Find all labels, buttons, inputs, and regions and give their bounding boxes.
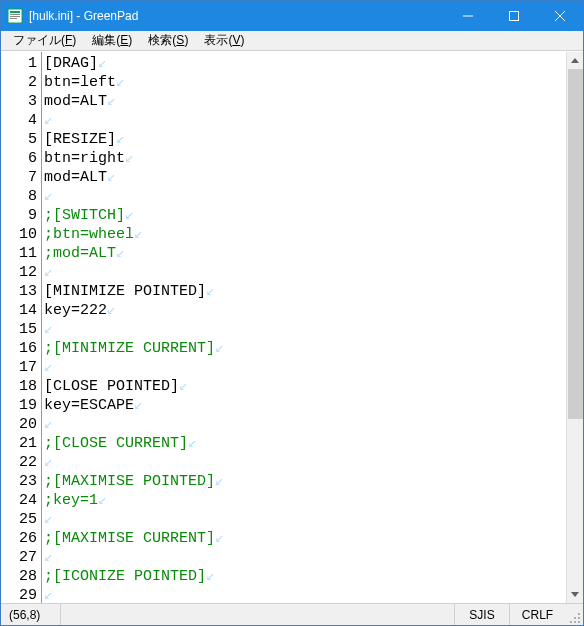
scroll-thumb[interactable]	[568, 69, 583, 419]
eol-marker: ↙	[116, 74, 125, 91]
line-number: 8	[1, 187, 37, 206]
resize-grip[interactable]	[565, 604, 583, 626]
eol-marker: ↙	[107, 169, 116, 186]
svg-point-12	[574, 617, 576, 619]
status-encoding[interactable]: SJIS	[455, 604, 510, 625]
code-line[interactable]: ↙	[44, 548, 566, 567]
svg-point-11	[578, 613, 580, 615]
eol-marker: ↙	[44, 511, 53, 528]
code-line[interactable]: [CLOSE POINTED]↙	[44, 377, 566, 396]
eol-marker: ↙	[44, 549, 53, 566]
line-number: 24	[1, 491, 37, 510]
code-line[interactable]: ↙	[44, 320, 566, 339]
code-line[interactable]: mod=ALT↙	[44, 92, 566, 111]
scroll-up-arrow[interactable]	[567, 52, 583, 69]
line-number: 22	[1, 453, 37, 472]
code-content[interactable]: [DRAG]↙btn=left↙mod=ALT↙↙[RESIZE]↙btn=ri…	[42, 52, 566, 603]
code-line[interactable]: ↙	[44, 358, 566, 377]
line-number: 14	[1, 301, 37, 320]
code-line[interactable]: ↙	[44, 453, 566, 472]
code-line[interactable]: btn=left↙	[44, 73, 566, 92]
code-line[interactable]: ;key=1↙	[44, 491, 566, 510]
svg-point-15	[574, 621, 576, 623]
close-button[interactable]	[537, 1, 583, 31]
eol-marker: ↙	[215, 473, 224, 490]
status-spacer	[61, 604, 455, 625]
eol-marker: ↙	[215, 530, 224, 547]
code-line[interactable]: [DRAG]↙	[44, 54, 566, 73]
eol-marker: ↙	[44, 416, 53, 433]
window-title: [hulk.ini] - GreenPad	[29, 9, 138, 23]
svg-marker-10	[571, 592, 579, 597]
code-line[interactable]: ↙	[44, 415, 566, 434]
menu-view[interactable]: 表示(V)	[196, 30, 252, 51]
line-number: 7	[1, 168, 37, 187]
vertical-scrollbar[interactable]	[566, 52, 583, 603]
menu-search[interactable]: 検索(S)	[140, 30, 196, 51]
titlebar: [hulk.ini] - GreenPad	[1, 1, 583, 31]
line-number: 25	[1, 510, 37, 529]
code-line[interactable]: ;[ICONIZE POINTED]↙	[44, 567, 566, 586]
code-line[interactable]: ↙	[44, 187, 566, 206]
eol-marker: ↙	[107, 302, 116, 319]
svg-rect-6	[510, 12, 519, 21]
line-number: 15	[1, 320, 37, 339]
line-number: 10	[1, 225, 37, 244]
menu-edit[interactable]: 編集(E)	[84, 30, 140, 51]
eol-marker: ↙	[44, 321, 53, 338]
svg-rect-3	[10, 16, 20, 17]
eol-marker: ↙	[116, 131, 125, 148]
code-line[interactable]: ↙	[44, 263, 566, 282]
svg-point-13	[578, 617, 580, 619]
eol-marker: ↙	[206, 283, 215, 300]
line-number: 1	[1, 54, 37, 73]
window-controls	[445, 1, 583, 31]
menu-file[interactable]: ファイル(F)	[5, 30, 84, 51]
eol-marker: ↙	[44, 188, 53, 205]
line-number: 17	[1, 358, 37, 377]
menubar: ファイル(F) 編集(E) 検索(S) 表示(V)	[1, 31, 583, 51]
code-line[interactable]: key=ESCAPE↙	[44, 396, 566, 415]
eol-marker: ↙	[98, 55, 107, 72]
eol-marker: ↙	[44, 359, 53, 376]
code-line[interactable]: ;[MAXIMISE CURRENT]↙	[44, 529, 566, 548]
line-number: 13	[1, 282, 37, 301]
maximize-button[interactable]	[491, 1, 537, 31]
line-number: 20	[1, 415, 37, 434]
code-line[interactable]: mod=ALT↙	[44, 168, 566, 187]
line-number: 2	[1, 73, 37, 92]
code-line[interactable]: btn=right↙	[44, 149, 566, 168]
scroll-down-arrow[interactable]	[567, 586, 583, 603]
eol-marker: ↙	[215, 340, 224, 357]
code-line[interactable]: ;[SWITCH]↙	[44, 206, 566, 225]
code-line[interactable]: ↙	[44, 586, 566, 603]
code-line[interactable]: ;[CLOSE CURRENT]↙	[44, 434, 566, 453]
eol-marker: ↙	[116, 245, 125, 262]
editor-area: 1234567891011121314151617181920212223242…	[1, 51, 583, 603]
eol-marker: ↙	[44, 587, 53, 603]
code-line[interactable]: [MINIMIZE POINTED]↙	[44, 282, 566, 301]
svg-marker-9	[571, 58, 579, 63]
code-line[interactable]: ;mod=ALT↙	[44, 244, 566, 263]
code-line[interactable]: [RESIZE]↙	[44, 130, 566, 149]
code-line[interactable]: ;[MAXIMISE POINTED]↙	[44, 472, 566, 491]
code-line[interactable]: ↙	[44, 111, 566, 130]
line-number: 28	[1, 567, 37, 586]
code-line[interactable]: ;btn=wheel↙	[44, 225, 566, 244]
status-newline[interactable]: CRLF	[510, 604, 565, 625]
code-line[interactable]: ↙	[44, 510, 566, 529]
code-line[interactable]: key=222↙	[44, 301, 566, 320]
eol-marker: ↙	[98, 492, 107, 509]
line-number: 23	[1, 472, 37, 491]
line-number: 21	[1, 434, 37, 453]
line-number: 27	[1, 548, 37, 567]
svg-rect-2	[10, 14, 20, 15]
line-number: 11	[1, 244, 37, 263]
svg-rect-1	[10, 11, 20, 13]
line-number: 26	[1, 529, 37, 548]
line-number: 16	[1, 339, 37, 358]
minimize-button[interactable]	[445, 1, 491, 31]
line-number: 4	[1, 111, 37, 130]
code-line[interactable]: ;[MINIMIZE CURRENT]↙	[44, 339, 566, 358]
eol-marker: ↙	[134, 226, 143, 243]
